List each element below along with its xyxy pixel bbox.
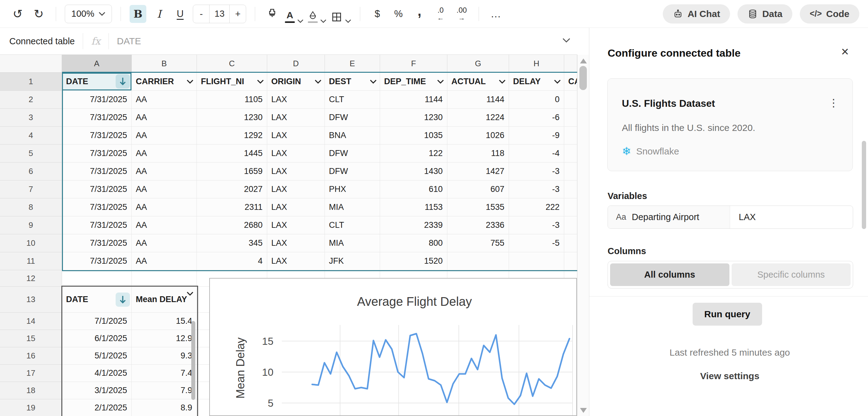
table1-cell[interactable]: -3 bbox=[509, 163, 564, 180]
decrease-decimal-button[interactable]: .0 ← bbox=[432, 5, 449, 23]
table2-cell[interactable]: 3/1/2025 bbox=[62, 382, 132, 399]
table2-cell[interactable]: 2/1/2025 bbox=[62, 399, 132, 416]
fill-color-button[interactable] bbox=[308, 5, 327, 23]
table1-cell[interactable]: 2680 bbox=[197, 216, 267, 234]
column-header-E[interactable]: E bbox=[325, 55, 380, 73]
font-size-decrease-button[interactable]: - bbox=[193, 5, 209, 23]
table1-cell[interactable]: LAX bbox=[267, 109, 325, 127]
table2-cell[interactable]: 7/1/2025 bbox=[62, 313, 132, 330]
table1-cell[interactable] bbox=[564, 198, 577, 216]
row-header-13[interactable]: 13 bbox=[0, 287, 62, 313]
table1-cell[interactable]: LAX bbox=[267, 198, 325, 216]
table1-cell[interactable]: 1026 bbox=[447, 127, 509, 144]
percent-format-button[interactable]: % bbox=[390, 5, 407, 23]
table1-header-CARRIER[interactable]: CARRIER bbox=[132, 73, 197, 91]
table1-cell[interactable] bbox=[447, 252, 509, 270]
table1-cell[interactable]: 1535 bbox=[447, 198, 509, 216]
text-color-button[interactable]: A bbox=[285, 5, 304, 23]
table1-cell[interactable]: 1144 bbox=[380, 91, 447, 109]
table1-cell[interactable]: 7/31/2025 bbox=[62, 144, 132, 163]
table1-cell[interactable]: BNA bbox=[325, 127, 380, 144]
variable-value-input[interactable]: LAX bbox=[730, 206, 853, 229]
row-header-3[interactable]: 3 bbox=[0, 109, 62, 127]
view-settings-link[interactable]: View settings bbox=[589, 371, 868, 381]
table1-cell[interactable]: -6 bbox=[509, 109, 564, 127]
paint-format-button[interactable] bbox=[264, 5, 281, 23]
table2-cell[interactable]: 9.3 bbox=[132, 347, 197, 365]
panel-scrollbar-thumb[interactable] bbox=[862, 141, 866, 229]
close-icon[interactable]: × bbox=[841, 45, 849, 58]
row-header-16[interactable]: 16 bbox=[0, 347, 62, 365]
selection-name[interactable]: Connected table bbox=[9, 36, 75, 46]
table1-cell[interactable]: AA bbox=[132, 216, 197, 234]
comma-format-button[interactable]: , bbox=[411, 2, 428, 26]
table1-header-DEST[interactable]: DEST bbox=[325, 73, 380, 91]
table1-cell[interactable]: AA bbox=[132, 198, 197, 216]
table1-cell[interactable]: 1430 bbox=[380, 163, 447, 180]
table1-cell[interactable]: JFK bbox=[325, 252, 380, 270]
row-header-15[interactable]: 15 bbox=[0, 330, 62, 347]
currency-format-button[interactable]: $ bbox=[369, 5, 385, 23]
table1-cell[interactable] bbox=[509, 252, 564, 270]
table1-cell[interactable]: 345 bbox=[197, 234, 267, 252]
table1-cell[interactable]: -9 bbox=[509, 127, 564, 144]
table1-cell[interactable]: AA bbox=[132, 91, 197, 109]
table1-cell[interactable]: AA bbox=[132, 252, 197, 270]
sort-descending-icon[interactable] bbox=[116, 292, 130, 307]
table1-cell[interactable]: 1520 bbox=[380, 252, 447, 270]
table1-cell[interactable]: 1105 bbox=[197, 91, 267, 109]
row-header-4[interactable]: 4 bbox=[0, 127, 62, 144]
code-button[interactable]: </> Code bbox=[800, 4, 859, 24]
row-header-10[interactable]: 10 bbox=[0, 234, 62, 252]
table1-cell[interactable]: 2027 bbox=[197, 180, 267, 198]
table1-cell[interactable]: 7/31/2025 bbox=[62, 109, 132, 127]
row-header-17[interactable]: 17 bbox=[0, 365, 62, 382]
table1-cell[interactable] bbox=[564, 109, 577, 127]
table1-cell[interactable] bbox=[564, 180, 577, 198]
grid-vertical-scrollbar[interactable] bbox=[577, 55, 589, 416]
table1-cell[interactable]: 7/31/2025 bbox=[62, 216, 132, 234]
table1-cell[interactable]: AA bbox=[132, 234, 197, 252]
table1-cell[interactable] bbox=[564, 91, 577, 109]
table1-cell[interactable]: AA bbox=[132, 163, 197, 180]
table1-cell[interactable]: 7/31/2025 bbox=[62, 91, 132, 109]
table1-cell[interactable]: 755 bbox=[447, 234, 509, 252]
table1-cell[interactable]: 1035 bbox=[380, 127, 447, 144]
sort-descending-icon[interactable] bbox=[116, 74, 130, 89]
table1-cell[interactable]: 1292 bbox=[197, 127, 267, 144]
grid-cell[interactable] bbox=[62, 270, 132, 287]
table1-cell[interactable]: 1230 bbox=[197, 109, 267, 127]
table1-cell[interactable]: LAX bbox=[267, 91, 325, 109]
table1-cell[interactable]: CLT bbox=[325, 216, 380, 234]
scroll-up-icon[interactable] bbox=[580, 59, 587, 64]
table2-cell[interactable]: 15.4 bbox=[132, 313, 197, 330]
row-header-5[interactable]: 5 bbox=[0, 144, 62, 163]
specific-columns-button[interactable]: Specific columns bbox=[732, 264, 851, 286]
table1-cell[interactable]: 1224 bbox=[447, 109, 509, 127]
row-header-1[interactable]: 1 bbox=[0, 73, 62, 91]
row-header-8[interactable]: 8 bbox=[0, 198, 62, 216]
table1-cell[interactable]: 7/31/2025 bbox=[62, 252, 132, 270]
table1-cell[interactable]: DFW bbox=[325, 144, 380, 163]
table1-cell[interactable]: AA bbox=[132, 127, 197, 144]
table1-header-FLIGHT_NI[interactable]: FLIGHT_NI bbox=[197, 73, 267, 91]
row-header-14[interactable]: 14 bbox=[0, 313, 62, 330]
data-button[interactable]: Data bbox=[738, 4, 793, 24]
row-header-7[interactable]: 7 bbox=[0, 180, 62, 198]
row-header-12[interactable]: 12 bbox=[0, 270, 62, 287]
increase-decimal-button[interactable]: .00 → bbox=[453, 5, 470, 23]
table1-cell[interactable]: 1659 bbox=[197, 163, 267, 180]
table1-cell[interactable]: 222 bbox=[509, 198, 564, 216]
redo-button[interactable]: ↻ bbox=[30, 5, 47, 23]
row-header-11[interactable]: 11 bbox=[0, 252, 62, 270]
table1-cell[interactable] bbox=[564, 127, 577, 144]
row-header-18[interactable]: 18 bbox=[0, 382, 62, 399]
table1-cell[interactable]: LAX bbox=[267, 252, 325, 270]
table2-cell[interactable]: 6/1/2025 bbox=[62, 330, 132, 347]
table1-cell[interactable]: 7/31/2025 bbox=[62, 234, 132, 252]
table2-cell[interactable]: 5/1/2025 bbox=[62, 347, 132, 365]
table2-header-MeanDELAY[interactable]: Mean DELAY bbox=[132, 287, 197, 313]
table1-cell[interactable]: MIA bbox=[325, 234, 380, 252]
table1-cell[interactable]: LAX bbox=[267, 234, 325, 252]
italic-button[interactable]: I bbox=[151, 5, 167, 23]
